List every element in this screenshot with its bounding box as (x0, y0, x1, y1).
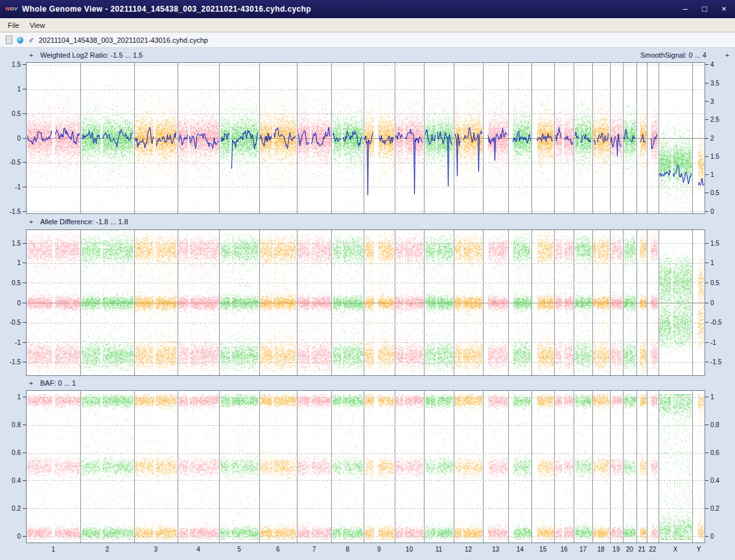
chromosome-label-15[interactable]: 15 (539, 546, 546, 553)
chromosome-label-1[interactable]: 1 (51, 546, 55, 553)
menubar: FileView (0, 18, 735, 32)
chromosome-label-5[interactable]: 5 (237, 546, 241, 553)
axis-tick: 0.2 (705, 504, 719, 512)
marker-icon (17, 37, 23, 43)
axis-tick: 1.5 (705, 152, 719, 160)
sample-bar: ♂ 20211104_145438_003_20211021-43016.cyh… (0, 32, 735, 48)
axis-tick: 0.8 (705, 421, 719, 429)
axis-tick: -0.5 (10, 319, 26, 327)
axis-tick: -1.5 (705, 358, 721, 366)
logo-letter-v: V (14, 6, 18, 12)
axis-tick: 1 (705, 393, 714, 401)
plot-baf (26, 390, 705, 543)
minimize-button[interactable]: – (681, 5, 690, 14)
axis-tick: 0 (705, 299, 714, 307)
axis-tick: 0 (17, 299, 26, 307)
axis-tick: 1 (705, 171, 714, 179)
axis-tick: 0.2 (12, 504, 26, 512)
axis-tick: -0.5 (10, 159, 26, 167)
chromosome-label-18[interactable]: 18 (598, 546, 605, 553)
app-window: WGV Whole Genome View - 20211104_145438_… (0, 0, 735, 560)
plot-row-log2: 1.510.50-0.5-1-1.543.532.521.510.50 (0, 62, 735, 214)
right-axis-allele: 1.510.50-0.5-1-1.5 (705, 229, 735, 376)
axis-tick: 0.5 (705, 189, 719, 197)
plot-canvas-log2[interactable] (26, 62, 705, 214)
chromosome-label-2[interactable]: 2 (106, 546, 110, 553)
axis-tick: 0.5 (705, 279, 719, 286)
plot-row-baf: 10.80.60.40.2010.80.60.40.20 (0, 390, 735, 543)
axis-tick: 0 (17, 134, 26, 142)
chromosome-label-14[interactable]: 14 (517, 546, 524, 553)
chromosome-label-16[interactable]: 16 (561, 546, 568, 553)
plot-canvas-baf[interactable] (26, 390, 705, 543)
logo-letter-w: W (5, 6, 10, 12)
track-title-allele: Allele Difference: -1.8 ... 1.8 (40, 218, 128, 226)
axis-tick: 1.5 (12, 239, 26, 247)
chromosome-label-17[interactable]: 17 (579, 546, 587, 553)
track-title-log2: Weighted Log2 Ratio: -1.5 ... 1.5 (40, 51, 143, 59)
chromosome-label-13[interactable]: 13 (492, 546, 499, 553)
track-header-baf: +BAF: 0 ... 1 (0, 376, 735, 390)
chromosome-label-11[interactable]: 11 (436, 546, 442, 553)
array-file-icon (6, 36, 12, 44)
chromosome-label-21[interactable]: 21 (638, 546, 646, 553)
axis-tick: 0.6 (12, 449, 26, 457)
chromosome-label-4[interactable]: 4 (196, 546, 200, 553)
axis-tick: 0.5 (12, 279, 26, 286)
window-controls: – □ × (681, 5, 729, 14)
plot-log2 (26, 62, 705, 214)
chromosome-label-20[interactable]: 20 (626, 546, 633, 553)
left-axis-allele: 1.510.50-0.5-1-1.5 (0, 229, 26, 376)
chromosome-label-3[interactable]: 3 (154, 546, 158, 553)
chromosome-label-row: 12345678910111213141516171819202122XY (0, 543, 735, 560)
axis-tick: 0.4 (12, 476, 26, 484)
chromosome-label-X[interactable]: X (673, 546, 677, 553)
chromosome-label-19[interactable]: 19 (612, 546, 620, 553)
axis-tick: 4 (705, 61, 714, 69)
track-zoom-button-log2[interactable]: + (29, 51, 34, 59)
chromosome-label-9[interactable]: 9 (377, 546, 381, 553)
chromosome-label-6[interactable]: 6 (276, 546, 280, 553)
track-zoom-button-allele[interactable]: + (29, 218, 34, 226)
axis-tick: 0.5 (12, 110, 26, 117)
axis-tick: 3 (705, 97, 714, 105)
axis-tick: 0 (705, 532, 714, 540)
axis-tick: 0 (705, 207, 714, 215)
axis-tick: -1.5 (10, 358, 26, 366)
axis-tick: 0.8 (12, 421, 26, 429)
left-axis-log2: 1.510.50-0.5-1-1.5 (0, 62, 26, 214)
maximize-button[interactable]: □ (700, 5, 709, 14)
axis-tick: 1.5 (705, 239, 719, 247)
axis-tick: -1.5 (10, 207, 26, 215)
axis-tick: 2.5 (705, 116, 719, 124)
menu-item-file[interactable]: File (3, 19, 25, 31)
close-button[interactable]: × (719, 5, 729, 14)
chromosome-label-12[interactable]: 12 (465, 546, 472, 553)
axis-tick: -1 (15, 338, 26, 346)
chromosome-label-22[interactable]: 22 (649, 546, 656, 553)
track-right-zoom-button-log2[interactable]: + (725, 51, 730, 59)
male-symbol-icon: ♂ (28, 36, 34, 44)
right-axis-log2: 43.532.521.510.50 (705, 62, 735, 214)
axis-tick: -0.5 (705, 319, 721, 327)
axis-tick: 1.5 (12, 61, 26, 69)
axis-tick: -1 (15, 183, 26, 191)
app-logo-icon: WGV (5, 4, 18, 14)
plot-canvas-allele[interactable] (26, 229, 705, 376)
chromosome-label-7[interactable]: 7 (312, 546, 316, 553)
right-axis-baf: 10.80.60.40.20 (705, 390, 735, 543)
left-axis-baf: 10.80.60.40.20 (0, 390, 26, 543)
menu-item-view[interactable]: View (25, 19, 51, 31)
plot-allele (26, 229, 705, 376)
titlebar[interactable]: WGV Whole Genome View - 20211104_145438_… (0, 0, 735, 18)
chromosome-label-10[interactable]: 10 (406, 546, 413, 553)
chromosome-label-Y[interactable]: Y (697, 546, 701, 553)
axis-tick: 1 (17, 393, 26, 401)
axis-tick: 1 (17, 259, 26, 267)
axis-tick: 0.4 (705, 476, 719, 484)
chromosome-label-8[interactable]: 8 (345, 546, 349, 553)
track-right-title-log2: SmoothSignal: 0 ... 4 (640, 51, 706, 59)
sample-file-name: 20211104_145438_003_20211021-43016.cyhd.… (39, 36, 208, 44)
track-zoom-button-baf[interactable]: + (29, 379, 34, 387)
axis-tick: -1 (705, 338, 716, 346)
